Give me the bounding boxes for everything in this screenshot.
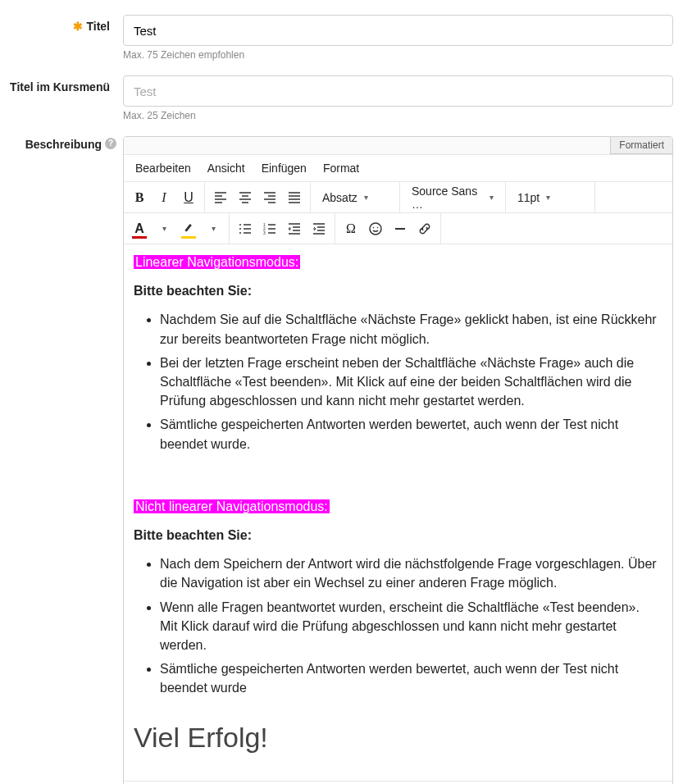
list-item: Wenn alle Fragen beantwortet wurden, ers… xyxy=(160,598,659,655)
beschreibung-label: Beschreibung xyxy=(25,138,102,151)
svg-point-6 xyxy=(370,223,381,235)
align-right-button[interactable] xyxy=(257,185,282,210)
note-nonlinear: Bitte beachten Sie: xyxy=(134,528,252,542)
hr-button[interactable] xyxy=(388,217,412,241)
mode-formatted-button[interactable]: Formatiert xyxy=(610,137,672,154)
link-button[interactable] xyxy=(412,217,437,241)
bullet-list-button[interactable] xyxy=(233,217,257,241)
svg-point-7 xyxy=(373,226,375,228)
chevron-down-icon: ▾ xyxy=(546,193,550,202)
svg-point-8 xyxy=(377,226,379,228)
align-center-button[interactable] xyxy=(233,185,257,210)
ordered-list-button[interactable]: 123 xyxy=(257,217,282,241)
menu-view[interactable]: Ansicht xyxy=(207,162,245,175)
success-heading: Viel Erfolg! xyxy=(134,718,659,758)
heading-linear: Linearer Navigationsmodus: xyxy=(134,255,300,269)
menu-format[interactable]: Format xyxy=(323,162,359,175)
emoji-button[interactable] xyxy=(363,217,388,241)
required-marker: ✱ xyxy=(73,20,83,33)
svg-point-2 xyxy=(239,232,241,234)
special-char-button[interactable]: Ω xyxy=(339,217,363,241)
list-item: Nachdem Sie auf die Schaltfläche «Nächst… xyxy=(160,310,659,348)
kursmenue-help: Max. 25 Zeichen xyxy=(123,110,673,121)
heading-nonlinear: Nicht linearer Navigationsmodus: xyxy=(134,499,330,513)
list-linear: Nachdem Sie auf die Schaltfläche «Nächst… xyxy=(134,310,659,453)
list-item: Nach dem Speichern der Antwort wird die … xyxy=(160,554,659,592)
text-color-button[interactable]: A xyxy=(127,217,152,241)
kursmenue-input[interactable] xyxy=(123,75,673,107)
editor-menubar: Bearbeiten Ansicht Einfügen Format xyxy=(124,155,672,182)
chevron-down-icon: ▾ xyxy=(489,193,494,202)
text-color-chevron[interactable]: ▾ xyxy=(152,217,176,241)
underline-button[interactable]: U xyxy=(176,185,201,210)
list-item: Sämtliche gespeicherten Antworten werden… xyxy=(160,659,659,697)
highlight-color-chevron[interactable]: ▾ xyxy=(201,217,225,241)
list-item: Sämtliche gespeicherten Antworten werden… xyxy=(160,415,659,453)
font-family-select[interactable]: Source Sans … ▾ xyxy=(403,185,502,210)
block-format-select[interactable]: Absatz ▾ xyxy=(314,185,396,210)
chevron-down-icon: ▾ xyxy=(364,193,368,202)
titel-label: Titel xyxy=(86,20,110,33)
richtext-editor: Formatiert Bearbeiten Ansicht Einfügen F… xyxy=(123,136,673,784)
note-linear: Bitte beachten Sie: xyxy=(134,284,252,298)
bold-button[interactable]: B xyxy=(127,185,152,210)
italic-button[interactable]: I xyxy=(152,185,176,210)
editor-content-area[interactable]: Linearer Navigationsmodus: Bitte beachte… xyxy=(124,244,672,781)
font-size-select[interactable]: 11pt ▾ xyxy=(509,185,591,210)
align-justify-button[interactable] xyxy=(282,185,307,210)
help-icon[interactable]: ? xyxy=(105,138,116,149)
menu-edit[interactable]: Bearbeiten xyxy=(135,162,191,175)
menu-insert[interactable]: Einfügen xyxy=(262,162,307,175)
list-item: Bei der letzten Frage erscheint neben de… xyxy=(160,353,659,411)
svg-text:3: 3 xyxy=(263,230,266,235)
titel-help: Max. 75 Zeichen empfohlen xyxy=(123,49,673,61)
highlight-color-button[interactable] xyxy=(176,217,201,241)
svg-point-0 xyxy=(239,224,241,226)
list-nonlinear: Nach dem Speichern der Antwort wird die … xyxy=(134,554,659,697)
titel-input[interactable] xyxy=(123,15,673,46)
indent-button[interactable] xyxy=(307,217,331,241)
align-left-button[interactable] xyxy=(208,185,233,210)
kursmenue-label: Titel im Kursmenü xyxy=(10,80,110,93)
svg-point-1 xyxy=(239,228,241,230)
outdent-button[interactable] xyxy=(282,217,307,241)
